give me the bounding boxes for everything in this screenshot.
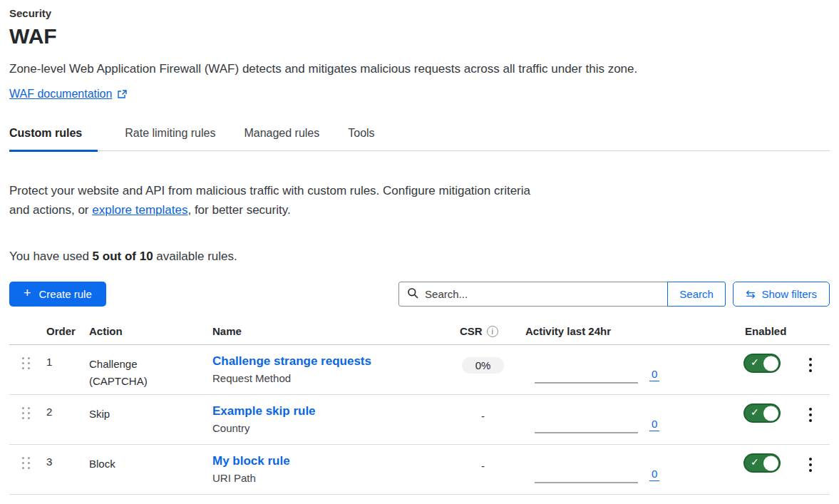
check-icon: ✓ <box>751 456 759 468</box>
filters-arrows-icon: ⇆ <box>746 287 755 301</box>
enabled-toggle[interactable]: ✓ <box>743 453 781 473</box>
tab-managed-rules[interactable]: Managed rules <box>244 127 321 152</box>
search-button[interactable]: Search <box>667 282 726 307</box>
tab-custom-rules[interactable]: Custom rules <box>9 127 98 152</box>
rule-field: Country <box>212 422 442 434</box>
header-enabled: Enabled <box>734 325 791 337</box>
rule-order: 2 <box>39 395 82 444</box>
row-menu-kebab-icon[interactable] <box>805 355 817 394</box>
header-order: Order <box>39 325 82 337</box>
activity-sparkline <box>535 382 638 384</box>
show-filters-button[interactable]: ⇆ Show filters <box>733 282 830 307</box>
page-description: Zone-level Web Application Firewall (WAF… <box>9 62 830 76</box>
activity-count-link[interactable]: 0 <box>649 468 659 481</box>
header-name: Name <box>203 325 442 337</box>
waf-page: Security WAF Zone-level Web Application … <box>0 0 839 495</box>
tab-rate-limiting-rules[interactable]: Rate limiting rules <box>125 127 217 152</box>
waf-documentation-link[interactable]: WAF documentation <box>9 88 112 101</box>
rule-action-line1: Challenge <box>89 356 203 373</box>
csr-info-icon[interactable]: i <box>487 326 498 337</box>
plus-icon: + <box>24 286 31 301</box>
search-group: Search <box>398 282 726 307</box>
table-row: 3 Block My block rule URI Path - 0 ✓ <box>9 445 830 495</box>
rule-action-line1: Block <box>89 456 203 473</box>
drag-handle-icon[interactable] <box>22 407 31 419</box>
activity-sparkline <box>535 432 638 433</box>
row-menu-kebab-icon[interactable] <box>805 455 817 494</box>
rule-action-line2: (CAPTCHA) <box>89 373 203 390</box>
activity-count-link[interactable]: 0 <box>649 368 659 381</box>
drag-handle-icon[interactable] <box>22 357 31 369</box>
csr-value: - <box>481 407 485 422</box>
external-link-icon <box>117 89 127 99</box>
custom-rules-intro: Protect your website and API from malici… <box>9 181 538 220</box>
check-icon: ✓ <box>751 406 759 418</box>
custom-rules-table: Order Action Name CSR i Activity last 24… <box>9 325 830 495</box>
rule-order: 1 <box>39 345 82 394</box>
row-menu-kebab-icon[interactable] <box>805 405 817 444</box>
explore-templates-link[interactable]: explore templates <box>92 203 187 217</box>
enabled-toggle[interactable]: ✓ <box>743 354 781 373</box>
rule-action: Challenge (CAPTCHA) <box>82 345 203 394</box>
check-icon: ✓ <box>751 356 759 368</box>
table-row: 1 Challenge (CAPTCHA) Challenge strange … <box>9 345 830 395</box>
rule-field: Request Method <box>212 372 442 384</box>
header-csr: CSR <box>460 325 483 337</box>
rules-usage-text: You have used 5 out of 10 available rule… <box>9 250 830 264</box>
header-activity: Activity last 24hr <box>524 325 734 337</box>
rules-toolbar: + Create rule Search ⇆ Show filters <box>9 282 830 307</box>
csr-value: - <box>481 457 485 472</box>
page-title: WAF <box>9 24 830 48</box>
intro-text-after: , for better security. <box>187 203 290 217</box>
rule-action: Skip <box>82 395 203 444</box>
rule-name-link[interactable]: Challenge strange requests <box>212 354 371 368</box>
rule-order: 3 <box>39 445 82 494</box>
table-row: 2 Skip Example skip rule Country - 0 ✓ <box>9 395 830 445</box>
table-header: Order Action Name CSR i Activity last 24… <box>9 325 830 345</box>
rule-name-link[interactable]: My block rule <box>212 454 290 468</box>
activity-count-link[interactable]: 0 <box>649 418 659 431</box>
usage-suffix: available rules. <box>153 250 237 263</box>
breadcrumb-security: Security <box>9 7 830 19</box>
show-filters-label: Show filters <box>761 288 817 300</box>
header-action: Action <box>82 325 203 337</box>
waf-tabs: Custom rules Rate limiting rules Managed… <box>9 127 830 151</box>
create-rule-button[interactable]: + Create rule <box>9 282 106 307</box>
search-input[interactable] <box>425 288 659 300</box>
search-icon <box>407 287 418 302</box>
usage-count: 5 out of 10 <box>93 250 153 263</box>
enabled-toggle[interactable]: ✓ <box>743 403 781 423</box>
rule-action: Block <box>82 445 203 494</box>
rule-action-line1: Skip <box>89 406 203 423</box>
search-box <box>398 282 668 307</box>
rule-field: URI Path <box>212 472 442 484</box>
activity-sparkline <box>535 482 638 483</box>
drag-handle-icon[interactable] <box>22 457 31 469</box>
usage-prefix: You have used <box>9 250 93 263</box>
rule-name-link[interactable]: Example skip rule <box>212 404 316 418</box>
tab-tools[interactable]: Tools <box>348 127 376 152</box>
csr-badge: 0% <box>462 357 505 374</box>
create-rule-label: Create rule <box>39 288 92 300</box>
